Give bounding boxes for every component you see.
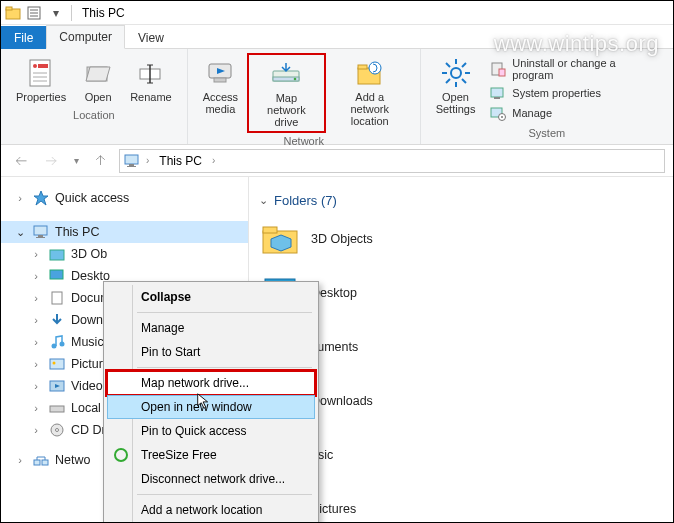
chevron-right-icon[interactable]: › [146, 155, 149, 166]
nav-label: Netwo [55, 453, 90, 467]
nav-label: This PC [55, 225, 99, 239]
svg-line-33 [462, 79, 466, 83]
svg-rect-62 [34, 460, 40, 465]
svg-rect-47 [34, 226, 47, 235]
uninstall-label: Uninstall or change a program [512, 57, 659, 81]
nav-3d-objects[interactable]: ›3D Ob [1, 243, 248, 265]
folder-icon [49, 246, 65, 262]
expand-icon[interactable]: › [13, 192, 27, 204]
svg-point-61 [56, 429, 59, 432]
ctx-pin-start[interactable]: Pin to Start [107, 340, 315, 364]
ctx-pin-quick-access[interactable]: Pin to Quick access [107, 419, 315, 443]
documents-icon [49, 290, 65, 306]
svg-rect-43 [125, 155, 138, 164]
group-label-system: System [529, 127, 566, 139]
system-properties-button[interactable]: System properties [488, 84, 661, 102]
map-drive-icon [270, 58, 302, 90]
svg-point-100 [115, 449, 127, 461]
tab-computer[interactable]: Computer [46, 25, 125, 49]
qat-properties-icon[interactable] [25, 5, 43, 21]
folders-header[interactable]: ⌄ Folders (7) [259, 193, 673, 208]
svg-line-32 [446, 63, 450, 67]
breadcrumb-this-pc[interactable]: This PC [155, 152, 206, 170]
svg-point-8 [33, 64, 37, 68]
nav-label: Music [71, 335, 104, 349]
svg-marker-13 [86, 67, 110, 81]
nav-forward-button[interactable]: 🡢 [39, 149, 63, 173]
ctx-collapse[interactable]: Collapse [107, 285, 315, 309]
add-network-location-button[interactable]: Add a network location [328, 53, 412, 131]
nav-label: 3D Ob [71, 247, 107, 261]
music-icon [49, 334, 65, 350]
expand-icon[interactable]: › [29, 248, 43, 260]
nav-quick-access[interactable]: › Quick access [1, 187, 248, 209]
expand-icon[interactable]: › [29, 336, 43, 348]
map-network-drive-button[interactable]: Map network drive [247, 53, 326, 133]
expand-icon[interactable]: › [29, 292, 43, 304]
chevron-right-icon[interactable]: › [212, 155, 215, 166]
svg-rect-51 [50, 270, 63, 279]
open-button[interactable]: Open [75, 53, 121, 107]
nav-up-button[interactable]: 🡡 [89, 149, 113, 173]
ctx-manage[interactable]: Manage [107, 316, 315, 340]
title-bar: ▾ This PC [1, 1, 673, 25]
expand-icon[interactable]: › [29, 358, 43, 370]
ctx-disconnect-drive[interactable]: Disconnect network drive... [107, 467, 315, 491]
drive-icon [49, 400, 65, 416]
ribbon-group-location: Properties Open Rename Location [1, 49, 188, 144]
tab-file[interactable]: File [1, 26, 46, 49]
nav-back-button[interactable]: 🡠 [9, 149, 33, 173]
expand-icon[interactable]: › [29, 270, 43, 282]
ctx-add-network-location[interactable]: Add a network location [107, 498, 315, 522]
expand-icon[interactable]: › [13, 454, 27, 466]
svg-rect-20 [214, 78, 226, 82]
rename-label: Rename [130, 91, 172, 103]
svg-point-23 [294, 78, 297, 81]
open-label: Open [85, 91, 112, 103]
svg-rect-50 [50, 250, 64, 260]
svg-rect-25 [358, 65, 367, 69]
qat-dropdown-icon[interactable]: ▾ [47, 5, 65, 21]
nav-history-dropdown[interactable]: ▾ [69, 149, 83, 173]
sysprops-icon [490, 85, 506, 101]
ctx-map-network-drive[interactable]: Map network drive... [107, 371, 315, 395]
sysprops-label: System properties [512, 87, 601, 99]
expand-icon[interactable]: › [29, 314, 43, 326]
folder-3d-objects[interactable]: 3D Objects [259, 216, 519, 262]
rename-button[interactable]: Rename [123, 53, 179, 107]
svg-line-35 [462, 63, 466, 67]
expand-icon[interactable]: › [29, 424, 43, 436]
svg-point-56 [53, 362, 56, 365]
manage-button[interactable]: Manage [488, 104, 661, 122]
svg-rect-59 [50, 406, 64, 412]
add-location-icon [354, 57, 386, 89]
svg-point-26 [369, 62, 381, 74]
tab-view[interactable]: View [125, 26, 177, 49]
collapse-icon[interactable]: ⌄ [13, 226, 27, 239]
settings-icon [440, 57, 472, 89]
properties-button[interactable]: Properties [9, 53, 73, 107]
access-media-label: Access media [203, 91, 238, 115]
open-icon [82, 57, 114, 89]
network-icon [33, 452, 49, 468]
separator [137, 312, 312, 313]
chevron-down-icon: ⌄ [259, 194, 268, 207]
uninstall-program-button[interactable]: Uninstall or change a program [488, 56, 661, 82]
open-settings-button[interactable]: Open Settings [429, 53, 483, 119]
ctx-treesize[interactable]: TreeSize Free [107, 443, 315, 467]
context-menu: Collapse Manage Pin to Start Map network… [103, 281, 319, 523]
explorer-body: › Quick access ⌄ This PC ›3D Ob ›Deskto … [1, 177, 673, 523]
access-media-button[interactable]: Access media [196, 53, 245, 119]
uninstall-icon [490, 61, 506, 77]
this-pc-icon [33, 224, 49, 240]
address-box[interactable]: › This PC › [119, 149, 665, 173]
open-settings-label: Open Settings [436, 91, 476, 115]
nav-this-pc[interactable]: ⌄ This PC [1, 221, 248, 243]
expand-icon[interactable]: › [29, 402, 43, 414]
svg-rect-52 [52, 292, 62, 304]
ribbon-group-system: Open Settings Uninstall or change a prog… [421, 49, 673, 144]
map-drive-label: Map network drive [255, 92, 318, 128]
ctx-open-new-window[interactable]: Open in new window [107, 395, 315, 419]
expand-icon[interactable]: › [29, 380, 43, 392]
explorer-icon [5, 5, 21, 21]
